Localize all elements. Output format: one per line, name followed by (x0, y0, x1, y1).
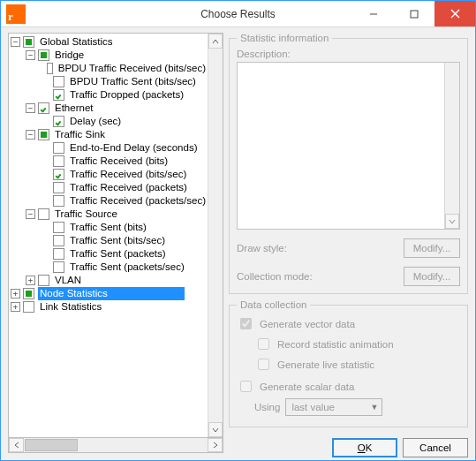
draw-style-label: Draw style: (237, 243, 325, 253)
checkbox-label: Generate scalar data (260, 382, 354, 392)
tree-item[interactable]: Global Statistics (38, 35, 114, 49)
checkbox-icon[interactable] (38, 275, 49, 286)
chevron-left-icon[interactable] (9, 438, 24, 452)
dialog-window: r Choose Results −Global Statistics (0, 0, 476, 461)
using-select[interactable]: last value ▼ (285, 398, 382, 416)
tree-item[interactable]: Traffic Sent (bits/sec) (68, 234, 167, 247)
collection-mode-label: Collection mode: (237, 271, 325, 282)
checkbox-icon[interactable] (23, 36, 34, 48)
tree-item[interactable]: BPDU Traffic Sent (bits/sec) (68, 75, 198, 88)
chevron-right-icon[interactable] (208, 438, 223, 452)
group-legend: Data collection (237, 299, 310, 310)
modify-draw-style-button[interactable]: Modify... (404, 238, 460, 258)
group-legend: Statistic information (237, 33, 332, 43)
checkbox-icon[interactable] (53, 235, 64, 246)
vertical-scrollbar[interactable] (208, 34, 223, 437)
ok-button[interactable]: OK (332, 438, 397, 457)
checkbox-icon[interactable] (47, 63, 52, 74)
checkbox-icon[interactable] (53, 182, 64, 193)
checkbox-label: Generate vector data (260, 319, 355, 329)
tree-item[interactable]: VLAN (53, 274, 83, 287)
cancel-button[interactable]: Cancel (403, 438, 468, 457)
checkbox-icon[interactable] (53, 142, 64, 154)
select-value: last value (291, 402, 335, 412)
vertical-scrollbar[interactable] (444, 63, 459, 229)
checkbox-icon[interactable] (53, 89, 64, 101)
checkbox-icon[interactable] (38, 49, 49, 61)
record-animation-checkbox[interactable]: Record statistic animation (254, 336, 460, 352)
checkbox-icon[interactable] (53, 222, 64, 233)
scroll-thumb[interactable] (25, 439, 78, 451)
checkbox-icon[interactable] (38, 208, 49, 220)
tree-item[interactable]: Traffic Received (bits/sec) (68, 168, 188, 181)
checkbox-label: Record statistic animation (277, 339, 394, 350)
statistics-tree[interactable]: −Global Statistics −Bridge BPDU Traffic … (8, 33, 223, 438)
checkbox-icon[interactable] (53, 261, 64, 273)
chevron-down-icon[interactable] (208, 422, 223, 437)
checkbox-icon[interactable] (53, 76, 64, 87)
tree-item[interactable]: Traffic Sent (packets) (68, 247, 168, 261)
generate-scalar-checkbox[interactable]: Generate scalar data (237, 378, 460, 395)
tree-item[interactable]: BPDU Traffic Received (bits/sec) (57, 62, 208, 75)
window-title: Choose Results (1, 8, 475, 20)
checkbox-icon[interactable] (53, 195, 64, 207)
data-collection-group: Data collection Generate vector data Rec… (229, 299, 468, 427)
checkbox-icon[interactable] (53, 248, 64, 260)
tree-item[interactable]: Traffic Dropped (packets) (68, 88, 185, 102)
tree-item[interactable]: Ethernet (53, 102, 94, 115)
checkbox-icon[interactable] (53, 116, 64, 127)
statistic-information-group: Statistic information Description: Draw … (229, 33, 468, 294)
tree-item[interactable]: Traffic Sink (53, 128, 107, 141)
tree-item[interactable]: Traffic Received (packets) (68, 181, 189, 194)
tree-item[interactable]: End-to-End Delay (seconds) (68, 141, 199, 155)
tree-item[interactable]: Traffic Received (packets/sec) (68, 194, 208, 208)
chevron-down-icon: ▼ (370, 403, 378, 412)
horizontal-scrollbar[interactable] (8, 438, 223, 453)
chevron-up-icon[interactable] (208, 34, 223, 49)
checkbox-icon[interactable] (53, 155, 64, 167)
checkbox-icon[interactable] (258, 338, 269, 350)
checkbox-icon[interactable] (53, 169, 64, 180)
using-label: Using (254, 402, 280, 412)
generate-vector-checkbox[interactable]: Generate vector data (237, 315, 460, 332)
titlebar[interactable]: r Choose Results (1, 1, 475, 27)
generate-live-checkbox[interactable]: Generate live statistic (254, 356, 460, 373)
tree-item[interactable]: Traffic Received (bits) (68, 155, 170, 168)
description-textarea[interactable] (237, 62, 460, 230)
checkbox-icon[interactable] (258, 359, 269, 370)
checkbox-icon[interactable] (38, 129, 49, 140)
tree-item[interactable]: Traffic Sent (packets/sec) (68, 261, 186, 274)
description-label: Description: (237, 49, 460, 59)
tree-item[interactable]: Traffic Source (53, 208, 119, 221)
tree-item[interactable]: Delay (sec) (68, 115, 123, 128)
chevron-down-icon[interactable] (445, 214, 459, 229)
checkbox-icon[interactable] (240, 318, 252, 329)
tree-item[interactable]: Link Statistics (38, 300, 103, 314)
checkbox-icon[interactable] (38, 102, 49, 114)
tree-item[interactable]: Bridge (53, 49, 86, 62)
tree-item[interactable]: Traffic Sent (bits) (68, 221, 148, 234)
checkbox-icon[interactable] (240, 381, 252, 392)
checkbox-icon[interactable] (23, 288, 34, 299)
tree-item-node-statistics[interactable]: Node Statistics (38, 287, 185, 300)
checkbox-label: Generate live statistic (277, 359, 374, 370)
checkbox-icon[interactable] (23, 301, 34, 313)
modify-collection-mode-button[interactable]: Modify... (404, 267, 460, 286)
